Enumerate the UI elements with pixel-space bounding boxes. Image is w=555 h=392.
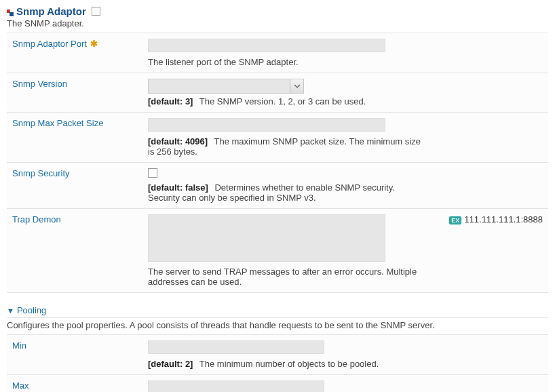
fields-table: Snmp Adaptor Port ✱ The listener port of…: [7, 33, 548, 293]
default-snmp-security: [default: false]: [148, 182, 208, 193]
label-snmp-security: Snmp Security: [12, 168, 70, 178]
help-pool-min: The minimum number of objects to be pool…: [199, 359, 379, 369]
label-pool-max: Max: [12, 380, 29, 391]
row-snmp-security: Snmp Security [default: false] Determine…: [7, 163, 548, 209]
required-icon: ✱: [90, 39, 98, 49]
pooling-description: Configures the pool properties. A pool c…: [7, 320, 548, 330]
default-pool-min: [default: 2]: [148, 359, 193, 369]
row-snmp-max-packet-size: Snmp Max Packet Size [default: 4096] The…: [7, 113, 548, 163]
help-snmp-adaptor-port: The listener port of the SNMP adapter.: [148, 57, 421, 67]
section-enable-checkbox[interactable]: [92, 7, 100, 16]
pooling-table: Min [default: 2] The minimum number of o…: [7, 334, 548, 392]
section-description: The SNMP adapter.: [7, 18, 548, 28]
collapse-arrow-icon: ▼: [7, 307, 14, 315]
section-icon: [7, 8, 14, 15]
input-pool-min[interactable]: [148, 340, 324, 354]
select-snmp-version[interactable]: [148, 79, 304, 94]
default-snmp-max-packet-size: [default: 4096]: [148, 136, 208, 146]
pooling-header[interactable]: ▼ Pooling: [7, 305, 548, 318]
label-snmp-version: Snmp Version: [12, 79, 67, 89]
input-snmp-adaptor-port[interactable]: [148, 39, 385, 52]
help-snmp-version: The SNMP version. 1, 2, or 3 can be used…: [199, 96, 366, 106]
subsection-pooling: ▼ Pooling Configures the pool properties…: [7, 305, 548, 392]
textarea-trap-demon[interactable]: [148, 214, 385, 262]
checkbox-snmp-security[interactable]: [148, 168, 157, 178]
section-title: Snmp Adaptor: [16, 5, 86, 17]
example-badge: EX: [449, 216, 461, 224]
label-snmp-adaptor-port: Snmp Adaptor Port: [12, 39, 87, 49]
label-pool-min: Min: [12, 340, 26, 351]
label-snmp-max-packet-size: Snmp Max Packet Size: [12, 118, 103, 128]
chevron-down-icon: [290, 79, 303, 93]
section-header: Snmp Adaptor: [7, 5, 548, 17]
input-pool-max[interactable]: [148, 380, 324, 392]
row-pool-min: Min [default: 2] The minimum number of o…: [7, 335, 548, 375]
example-trap-demon: 111.111.111.1:8888: [464, 214, 543, 224]
svg-rect-1: [9, 12, 14, 16]
row-pool-max: Max [default: 30] The maximum number of …: [7, 375, 548, 393]
default-snmp-version: [default: 3]: [148, 96, 193, 106]
row-snmp-version: Snmp Version [default: 3] The SNMP versi…: [7, 73, 548, 113]
input-snmp-max-packet-size[interactable]: [148, 118, 385, 132]
row-snmp-adaptor-port: Snmp Adaptor Port ✱ The listener port of…: [7, 33, 548, 73]
help-trap-demon: The server to send TRAP messages to afte…: [148, 267, 421, 287]
pooling-title: Pooling: [17, 305, 46, 315]
row-trap-demon: Trap Demon The server to send TRAP messa…: [7, 209, 548, 293]
label-trap-demon: Trap Demon: [12, 214, 61, 224]
